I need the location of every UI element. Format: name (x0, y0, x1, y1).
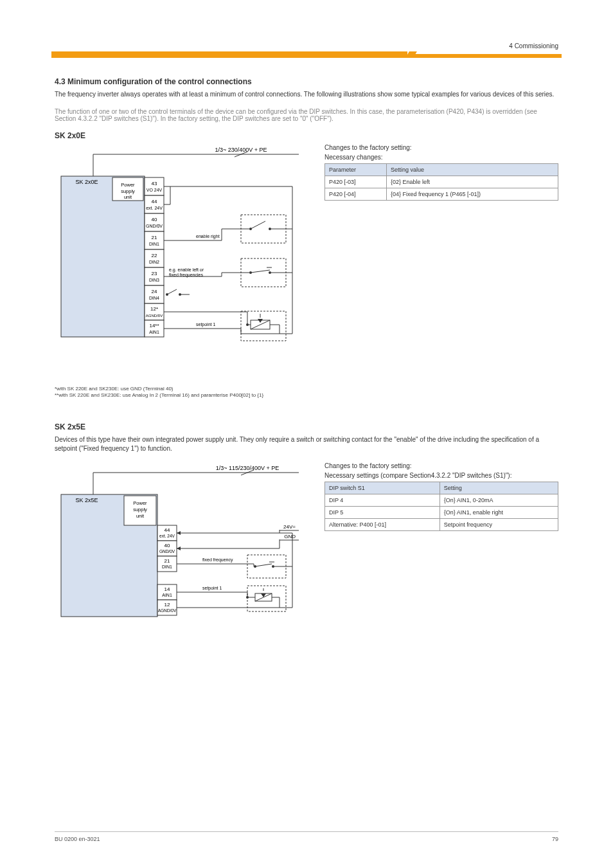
table-lead-2b: Necessary settings (compare Section4.3.2… (324, 472, 558, 479)
t12-lab: AGND/0V (158, 608, 177, 613)
footnote-2: **with SK 220E and SK230E: use Analog In… (55, 392, 305, 399)
t44-lab: ext. 24V (159, 534, 175, 538)
svg-line-78 (255, 564, 272, 566)
term22-label: DIN2 (149, 260, 159, 264)
section-note: The function of one or two of the contro… (55, 108, 558, 122)
t40-lab: GND/0V (159, 549, 175, 554)
header-band-left (51, 51, 407, 58)
table-row: Alternative: P400 [-01] Setpoint frequen… (325, 518, 558, 530)
footer-docid: BU 0200 en-3021 (55, 836, 100, 842)
settings-table-sk2x5e: DIP switch S1 Setting DIP 4 {On} AIN1, 0… (324, 482, 558, 531)
term40-label: GND/0V (146, 224, 163, 228)
label-fixed-freq: fixed frequencies (169, 273, 203, 278)
power-label-2: 1/3~ 115/230/400V + PE (216, 465, 280, 471)
table-lead-1b: Changes to the factory setting: (324, 462, 558, 469)
label-setpoint1: setpoint 1 (196, 322, 215, 327)
footnote-1: *with SK 220E and SK230E: use GND (Termi… (55, 386, 305, 392)
term21-label: DIN1 (149, 242, 159, 246)
label-power-supply: Power (121, 182, 135, 188)
term23-id: 23 (152, 271, 157, 276)
table-row: DIP 4 {On} AIN1, 0-20mA (325, 494, 558, 506)
label-power-supply-3: unit (124, 194, 132, 200)
settings-table-sk2x0e: Parameter Setting value P420 [-03] {02} … (324, 163, 558, 201)
table-row: P420 [-04] {04} Fixed frequency 1 (P465 … (325, 188, 558, 201)
header-section-label: 4 Commissioning (509, 42, 558, 50)
svg-marker-44 (258, 319, 263, 323)
t14-id: 14 (164, 586, 170, 592)
svg-marker-70 (177, 547, 181, 550)
col-dip: DIP switch S1 (325, 482, 440, 494)
power-label: 1/3~ 230/400V + PE (215, 147, 267, 153)
label-power-supply-2: supply (121, 188, 135, 194)
col-setting-b: Setting (440, 482, 558, 494)
svg-line-30 (251, 270, 270, 273)
t21-id: 21 (164, 558, 170, 564)
term43-label: VO 24V (147, 188, 163, 192)
label-ps2: Power (133, 500, 147, 506)
t14-lab: AIN1 (162, 593, 172, 597)
label-ps2b: supply (133, 507, 147, 512)
col-parameter: Parameter (325, 164, 387, 176)
t12-id: 12 (164, 602, 170, 608)
term22-id: 22 (152, 253, 157, 258)
label-enable-left: e.g. enable left or (169, 267, 204, 273)
term14-id: 14** (149, 323, 159, 329)
svg-point-29 (269, 271, 271, 274)
t40-id: 40 (164, 543, 170, 548)
svg-point-91 (246, 596, 249, 599)
section-title: 4.3 Minimum configuration of the control… (55, 77, 558, 86)
section-blurb-2: Devices of this type have their own inte… (55, 435, 558, 453)
label-setpoint1-b: setpoint 1 (202, 586, 222, 591)
aux-24v-label: 24V= (283, 524, 296, 530)
wiring-diagram-sk2x0e: 1/3~ 230/400V + PE Power supply unit SK … (55, 144, 305, 382)
term21-id: 21 (152, 235, 157, 240)
term24-label: DIN4 (149, 296, 159, 300)
label-ps2c: unit (136, 513, 145, 519)
term44-label: ext. 24V (146, 206, 163, 210)
term44-id: 44 (152, 199, 157, 204)
wiring-diagram-sk2x5e: 1/3~ 115/230/400V + PE SK 2x5E Power sup… (55, 462, 305, 655)
term43-id: 43 (152, 181, 157, 186)
section-blurb: The frequency inverter always operates w… (55, 90, 558, 99)
device-name-2: SK 2x5E (75, 497, 98, 503)
section-subtitle-2: SK 2x5E (55, 422, 558, 431)
table-row: DIP 5 {On} AIN1, enable right (325, 506, 558, 518)
svg-marker-68 (177, 531, 181, 535)
label-fixed-frequency: fixed frequency (202, 557, 233, 563)
svg-point-77 (272, 565, 274, 568)
svg-point-48 (246, 323, 249, 326)
t21-lab: DIN1 (162, 565, 172, 569)
col-setting: Setting value (386, 164, 558, 176)
t44-id: 44 (164, 527, 170, 533)
term14-label: AIN1 (149, 330, 159, 334)
table-lead-1: Changes to the factory setting: (324, 144, 558, 151)
term24-id: 24 (152, 289, 157, 294)
device-name: SK 2x0E (75, 179, 98, 185)
footer-page: 79 (552, 836, 558, 842)
table-row: P420 [-03] {02} Enable left (325, 176, 558, 188)
term40-id: 40 (152, 217, 157, 222)
aux-gnd-label: GND (284, 534, 296, 539)
table-lead-2: Necessary changes: (324, 154, 558, 161)
term23-label: DIN3 (149, 278, 159, 282)
svg-point-21 (269, 228, 271, 230)
svg-line-37 (167, 289, 177, 294)
term12-label: AGND/0V (146, 314, 163, 318)
header-band-right (411, 54, 562, 58)
label-enable-right: enable right (196, 234, 220, 239)
term12-id: 12* (150, 306, 158, 312)
svg-line-22 (251, 221, 265, 229)
section-subtitle: SK 2x0E (55, 131, 558, 140)
